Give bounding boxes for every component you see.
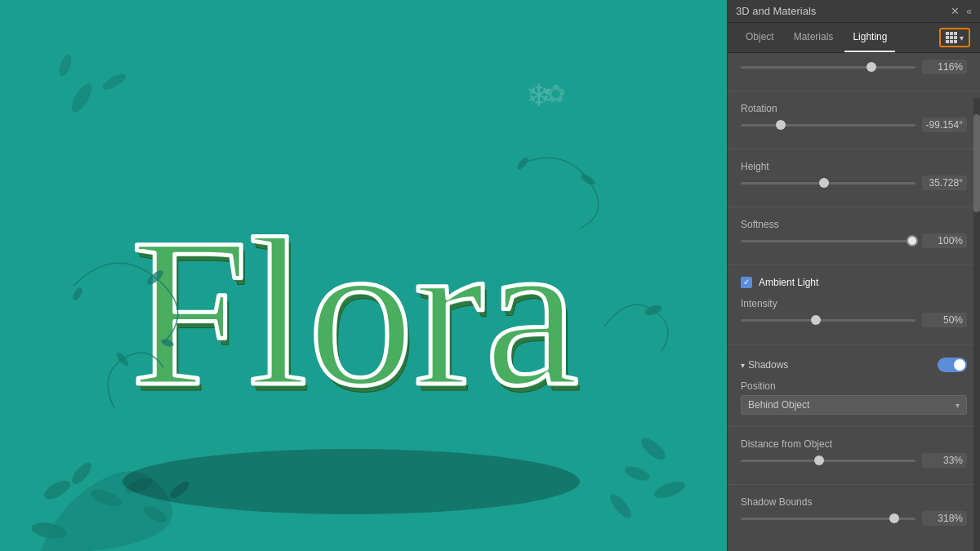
panel-titlebar: 3D and Materials ✕ « (728, 0, 980, 23)
shadows-label-row: ▾ Shadows (741, 359, 788, 371)
ambient-intensity-value[interactable]: 50% (922, 313, 967, 327)
toggle-thumb (954, 359, 965, 371)
ambient-intensity-slider-row: 50% (741, 313, 967, 327)
divider-7 (728, 484, 980, 485)
divider-1 (728, 91, 980, 91)
shadow-bounds-value[interactable]: 318% (922, 511, 967, 526)
height-thumb[interactable] (819, 178, 829, 188)
intensity-thumb[interactable] (866, 62, 876, 72)
intensity-value[interactable]: 116% (922, 60, 967, 74)
divider-3 (728, 207, 980, 207)
tab-lighting[interactable]: Lighting (844, 23, 895, 52)
shadow-bounds-thumb[interactable] (889, 513, 899, 523)
height-section: Height 35.728° (728, 154, 980, 202)
svg-text:Flora: Flora (131, 194, 579, 429)
svg-point-17 (122, 449, 580, 514)
shadows-toggle[interactable] (938, 358, 967, 372)
height-track[interactable] (741, 182, 915, 184)
rotation-slider-row: -99.154° (741, 118, 967, 132)
distance-value[interactable]: 33% (922, 453, 967, 468)
distance-label: Distance from Object (741, 438, 967, 453)
close-button[interactable]: ✕ (951, 5, 960, 17)
position-dropdown[interactable]: Behind Object ▾ (741, 395, 967, 415)
shadow-bounds-label: Shadow Bounds (741, 496, 967, 511)
grid-icon (946, 32, 957, 43)
distance-track[interactable] (741, 460, 915, 462)
softness-slider-row: 100% (741, 233, 967, 248)
checkmark-icon: ✓ (743, 278, 750, 287)
divider-6 (728, 426, 980, 427)
softness-label: Softness (741, 219, 967, 233)
ambient-intensity-section: Intensity 50% (728, 291, 980, 339)
rotation-label: Rotation (741, 103, 967, 118)
softness-value[interactable]: 100% (922, 233, 967, 248)
panel-title: 3D and Materials (736, 5, 816, 17)
caret-icon: ▾ (960, 33, 964, 42)
distance-section: Distance from Object 33% (728, 432, 980, 479)
ambient-light-label: Ambient Light (759, 277, 818, 288)
panel-3d-materials: 3D and Materials ✕ « Object Materials Li… (727, 0, 980, 551)
ambient-intensity-label: Intensity (741, 298, 967, 313)
intensity-track[interactable] (741, 66, 915, 69)
dropdown-caret-icon: ▾ (956, 401, 960, 410)
intensity-slider-row: 116% (741, 60, 967, 74)
divider-4 (728, 264, 980, 265)
panel-content: 116% Rotation -99.154° Height 35.728° (728, 53, 980, 551)
tabs-bar: Object Materials Lighting ▾ (728, 23, 980, 53)
distance-slider-row: 33% (741, 453, 967, 468)
rotation-section: Rotation -99.154° (728, 96, 980, 144)
height-label: Height (741, 161, 967, 176)
distance-thumb[interactable] (814, 455, 824, 465)
position-label: Position (741, 380, 967, 392)
tab-materials[interactable]: Materials (786, 23, 842, 52)
shadow-bounds-slider-row: 318% (741, 511, 967, 526)
shadow-bounds-section: Shadow Bounds 318% (728, 490, 980, 537)
divider-2 (728, 149, 980, 149)
scrollbar-track (973, 98, 980, 551)
shadows-header: ▾ Shadows (728, 349, 980, 377)
canvas-area: ❄ ✿ Flora Flora Flora Flora Flora (0, 0, 727, 551)
view-options-button[interactable]: ▾ (939, 28, 970, 47)
panel-controls: ✕ « (951, 5, 972, 17)
position-value: Behind Object (748, 399, 949, 411)
height-slider-row: 35.728° (741, 176, 967, 190)
rotation-track[interactable] (741, 124, 915, 127)
svg-text:✿: ✿ (546, 80, 566, 107)
ambient-intensity-track[interactable] (741, 319, 915, 322)
rotation-thumb[interactable] (776, 120, 786, 130)
divider-5 (728, 344, 980, 344)
ambient-intensity-thumb[interactable] (811, 315, 821, 325)
tab-object[interactable]: Object (737, 23, 782, 52)
shadows-label-text: Shadows (748, 359, 788, 371)
softness-thumb[interactable] (906, 235, 918, 247)
softness-section: Softness 100% (728, 212, 980, 260)
ambient-light-checkbox[interactable]: ✓ (741, 277, 752, 288)
ambient-light-row: ✓ Ambient Light (728, 270, 980, 291)
caret-down-icon: ▾ (741, 361, 745, 370)
scrollbar-thumb[interactable] (973, 114, 980, 212)
shadow-bounds-track[interactable] (741, 518, 915, 520)
softness-track[interactable] (741, 240, 915, 242)
collapse-button[interactable]: « (966, 6, 972, 17)
position-section: Position Behind Object ▾ (728, 377, 980, 421)
height-value[interactable]: 35.728° (922, 176, 967, 190)
intensity-section: 116% (728, 53, 980, 86)
rotation-value[interactable]: -99.154° (922, 118, 968, 132)
